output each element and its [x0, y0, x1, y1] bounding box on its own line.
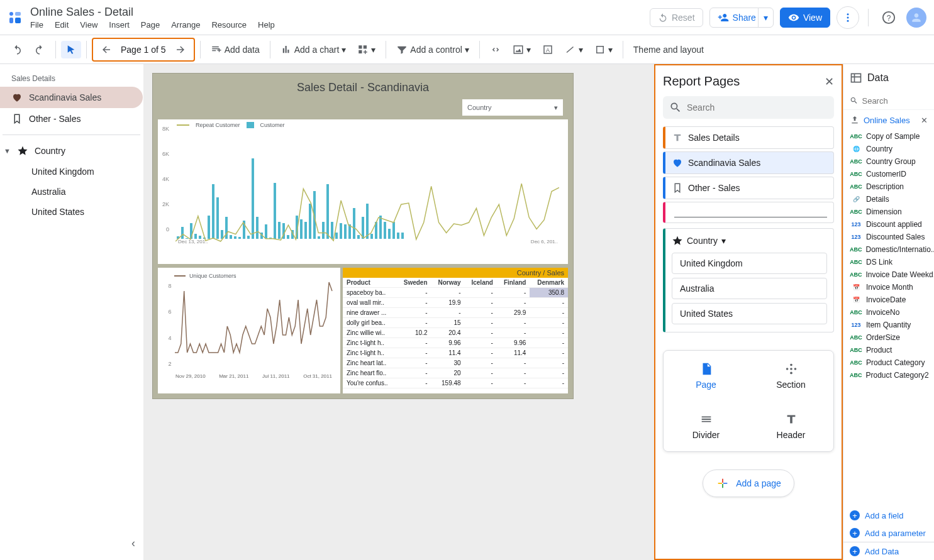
dp-search[interactable]: [843, 92, 934, 110]
add-section-tile[interactable]: Section: [748, 351, 833, 401]
rp-item-scandinavia[interactable]: Scandinavia Sales: [663, 151, 834, 174]
menu-arrange[interactable]: Arrange: [171, 20, 200, 30]
country-dropdown[interactable]: Country▾: [462, 99, 563, 116]
add-data-button[interactable]: Add data: [206, 40, 265, 59]
menu-edit[interactable]: Edit: [55, 20, 69, 30]
data-field[interactable]: ABCInvoiceNo: [843, 306, 934, 319]
table-row[interactable]: Zinc willie wi..10.220.4---: [343, 328, 568, 338]
redo-button[interactable]: [29, 40, 50, 59]
rp-blank-input[interactable]: [674, 207, 827, 217]
add-field-button[interactable]: +Add a field: [843, 507, 934, 524]
table-row[interactable]: oval wall mir..-19.9---: [343, 298, 568, 308]
chart-unique-customers[interactable]: Unique Customers 8642 Nov 29, 2010Mar 21…: [158, 268, 340, 393]
star-icon: [672, 235, 683, 246]
table-country-sales[interactable]: Country / Sales ProductSwedenNorwayIcela…: [343, 268, 568, 393]
sidebar-item-other-sales[interactable]: Other - Sales: [0, 108, 143, 129]
rp-sub-australia[interactable]: Australia: [672, 278, 827, 299]
data-field[interactable]: ABCProduct Category: [843, 356, 934, 369]
select-tool[interactable]: [61, 41, 81, 58]
user-avatar[interactable]: [906, 8, 926, 28]
table-row[interactable]: Zinc heart flo..-20---: [343, 368, 568, 378]
data-field[interactable]: ABCCustomerID: [843, 168, 934, 180]
menu-help[interactable]: Help: [258, 20, 275, 30]
share-button[interactable]: Share: [709, 8, 764, 28]
page-icon: [699, 362, 713, 376]
rp-item-other-sales[interactable]: Other - Sales: [663, 177, 834, 199]
reset-button[interactable]: Reset: [650, 8, 703, 27]
data-field[interactable]: 🌐Country: [843, 143, 934, 155]
data-field[interactable]: 123Discounted Sales: [843, 231, 934, 243]
canvas-area[interactable]: Sales Detail - Scandinavia Country▾ Repe…: [143, 64, 654, 560]
text-button[interactable]: A: [537, 40, 559, 59]
data-field[interactable]: 🔗Details: [843, 193, 934, 206]
table-row[interactable]: dolly girl bea..-15---: [343, 318, 568, 328]
table-row[interactable]: Zinc heart lat..-30---: [343, 358, 568, 368]
rp-item-sales-details[interactable]: Sales Details: [663, 126, 834, 149]
menu-resource[interactable]: Resource: [211, 20, 247, 30]
data-field[interactable]: ABCCountry Group: [843, 155, 934, 168]
sidebar-item-country[interactable]: ▼ Country: [0, 140, 143, 162]
sidebar-item-australia[interactable]: Australia: [0, 182, 143, 202]
menu-file[interactable]: File: [30, 20, 43, 30]
menu-insert[interactable]: Insert: [109, 20, 130, 30]
add-page-tile[interactable]: Page: [664, 351, 748, 401]
add-divider-tile[interactable]: Divider: [664, 401, 748, 451]
data-field[interactable]: 123Item Quantity: [843, 319, 934, 331]
data-field[interactable]: ABCDescription: [843, 180, 934, 193]
shape-button[interactable]: ▾: [589, 40, 618, 59]
add-data-button[interactable]: +Add Data: [843, 542, 934, 560]
data-field[interactable]: ABCProduct: [843, 344, 934, 356]
sidebar-item-us[interactable]: United States: [0, 202, 143, 222]
chart-bar-line[interactable]: Repeat Customer Customer 8K6K4K2K0 Dec 1…: [158, 119, 568, 264]
add-header-tile[interactable]: Header: [748, 401, 833, 451]
data-field[interactable]: 📅Invoice Month: [843, 281, 934, 294]
close-button[interactable]: ✕: [825, 75, 834, 89]
line-button[interactable]: ▾: [560, 40, 588, 59]
theme-button[interactable]: Theme and layout: [628, 41, 709, 58]
help-button[interactable]: ?: [877, 6, 900, 29]
prev-page-button[interactable]: [96, 40, 117, 59]
menu-view[interactable]: View: [80, 20, 97, 30]
collapse-panel-button[interactable]: ‹: [131, 537, 135, 550]
rp-search[interactable]: [663, 96, 834, 119]
data-field[interactable]: ABCDomestic/Internatio..: [843, 243, 934, 256]
view-button[interactable]: View: [780, 8, 830, 28]
embed-button[interactable]: [485, 40, 506, 59]
community-viz-button[interactable]: ▾: [352, 40, 381, 59]
share-dropdown[interactable]: ▾: [758, 8, 774, 28]
rp-group-country-head[interactable]: Country ▾: [672, 233, 827, 249]
add-a-page-button[interactable]: Add a page: [703, 469, 794, 497]
add-chart-button[interactable]: Add a chart ▾: [275, 40, 352, 59]
data-field[interactable]: ABCProduct Category2: [843, 369, 934, 382]
table-row[interactable]: You're confus..-159.48---: [343, 378, 568, 388]
rp-sub-us[interactable]: United States: [672, 303, 827, 324]
close-icon[interactable]: ✕: [921, 116, 928, 125]
rp-item-new-blank[interactable]: [663, 202, 834, 223]
data-field[interactable]: ABCDS Link: [843, 256, 934, 268]
rp-sub-uk[interactable]: United Kingdom: [672, 253, 827, 274]
doc-title[interactable]: Online Sales - Detail: [30, 6, 650, 19]
sidebar-item-scandinavia[interactable]: Scandinavia Sales: [0, 87, 143, 108]
undo-button[interactable]: [6, 40, 28, 59]
dp-search-input[interactable]: [862, 96, 928, 106]
data-field[interactable]: ABCOrderSize: [843, 331, 934, 344]
menu-page[interactable]: Page: [141, 20, 160, 30]
data-field[interactable]: ABCInvoice Date Weekd..: [843, 268, 934, 281]
add-control-button[interactable]: Add a control ▾: [391, 40, 474, 59]
table-row[interactable]: nine drawer ...---29.9-: [343, 308, 568, 318]
report-canvas[interactable]: Sales Detail - Scandinavia Country▾ Repe…: [152, 73, 574, 399]
next-page-button[interactable]: [170, 40, 191, 59]
image-button[interactable]: ▾: [508, 40, 536, 59]
data-field[interactable]: 123Discount applied: [843, 218, 934, 231]
data-field[interactable]: ABCCopy of Sample: [843, 130, 934, 143]
add-parameter-button[interactable]: +Add a parameter: [843, 524, 934, 542]
table-row[interactable]: Zinc t-light h..-9.96-9.96-: [343, 338, 568, 348]
table-row[interactable]: spaceboy ba..----350.8: [343, 288, 568, 298]
data-field[interactable]: 📅InvoiceDate: [843, 294, 934, 306]
more-options-button[interactable]: [837, 6, 859, 29]
sidebar-item-uk[interactable]: United Kingdom: [0, 162, 143, 182]
dp-source[interactable]: Online Sales ✕: [843, 110, 934, 130]
table-row[interactable]: Zinc t-light h..-11.4-11.4-: [343, 348, 568, 358]
rp-search-input[interactable]: [687, 102, 828, 113]
data-field[interactable]: ABCDimension: [843, 206, 934, 218]
